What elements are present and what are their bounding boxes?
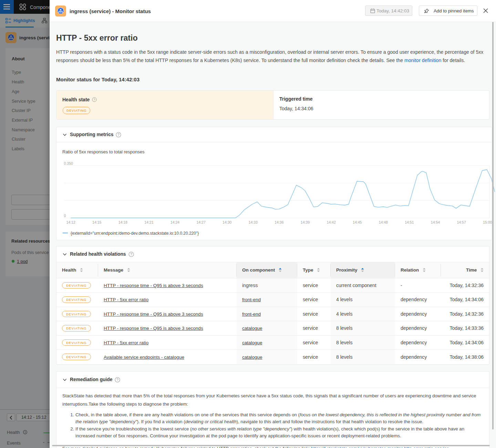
svg-text:14:45: 14:45 [353, 220, 362, 224]
svg-text:14:54: 14:54 [431, 220, 440, 224]
svg-text:{externalId="urn:endpoint:/dem: {externalId="urn:endpoint:/demo-dev.demo… [71, 231, 199, 236]
svg-text:15:00: 15:00 [483, 220, 492, 224]
svg-text:0: 0 [64, 214, 66, 218]
svg-text:?: ? [117, 378, 119, 381]
svg-text:14:12: 14:12 [66, 220, 75, 224]
svg-text:14:51: 14:51 [405, 220, 414, 224]
svg-text:?: ? [130, 252, 132, 256]
svg-text:?: ? [24, 431, 26, 434]
svg-text:?: ? [94, 98, 95, 101]
svg-text:14:30: 14:30 [223, 220, 231, 224]
svg-text:14:36: 14:36 [275, 220, 283, 224]
svg-text:14:24: 14:24 [170, 220, 179, 224]
svg-text:14:15: 14:15 [92, 220, 101, 224]
svg-text:?: ? [118, 133, 120, 136]
svg-text:14:18: 14:18 [118, 220, 127, 224]
svg-text:14:27: 14:27 [196, 220, 205, 224]
svg-text:14:57: 14:57 [457, 220, 466, 224]
svg-text:14:39: 14:39 [301, 220, 310, 224]
svg-text:0.350: 0.350 [64, 161, 73, 165]
svg-text:14:33: 14:33 [249, 220, 258, 224]
svg-text:14:42: 14:42 [327, 220, 335, 224]
svg-text:14:48: 14:48 [379, 220, 388, 224]
svg-text:Ratio of 5xx responses to tota: Ratio of 5xx responses to total response… [62, 149, 145, 154]
svg-text:14:21: 14:21 [144, 220, 153, 224]
